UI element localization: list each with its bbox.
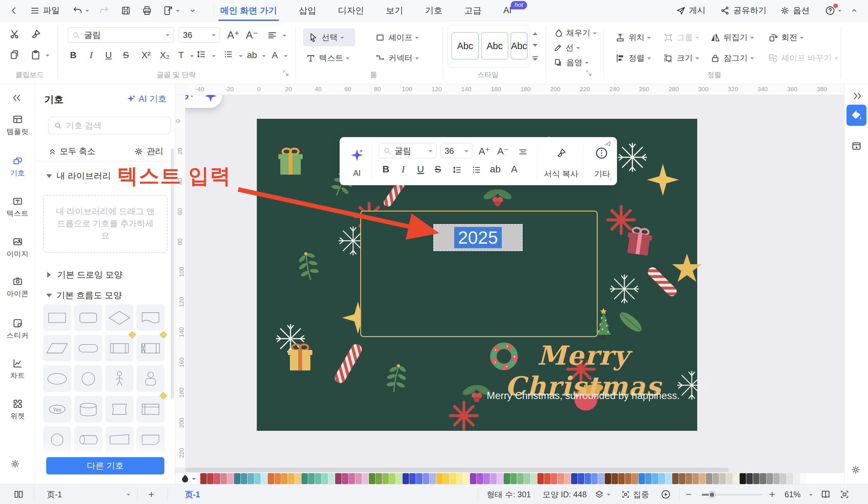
export-icon[interactable]: [163, 6, 173, 16]
fill-panel-tab[interactable]: [847, 105, 866, 126]
menu-tab-0[interactable]: 메인 화면 가기: [209, 0, 288, 21]
color-swatch[interactable]: [308, 473, 314, 484]
font-family-select[interactable]: 굴림: [68, 27, 174, 43]
pin-toolbar-icon[interactable]: [604, 140, 612, 148]
sidebar-item-textpanel[interactable]: 텍스트: [0, 196, 35, 218]
color-swatch[interactable]: [760, 473, 766, 484]
year-text-editor[interactable]: 2025: [433, 224, 523, 251]
media-panel-tab-icon[interactable]: [851, 141, 862, 152]
bold-button[interactable]: B: [67, 48, 80, 62]
color-swatch[interactable]: [720, 473, 726, 484]
shape-item-person[interactable]: [105, 365, 134, 392]
color-swatch[interactable]: [315, 473, 321, 484]
shape-item-database[interactable]: [74, 396, 102, 422]
color-swatch[interactable]: [214, 473, 220, 484]
style-chip-3[interactable]: Abc: [511, 32, 527, 59]
canvas-area[interactable]: -40-200204060801001201401601802002202402…: [175, 84, 844, 484]
style-gallery-expand[interactable]: [533, 56, 538, 57]
color-swatch[interactable]: [470, 473, 476, 484]
italic-button[interactable]: I: [85, 48, 97, 62]
float-bullet-list[interactable]: [469, 163, 484, 176]
style-scroll-up[interactable]: [533, 30, 538, 35]
font-color-button[interactable]: A: [268, 48, 281, 62]
color-swatch[interactable]: [403, 473, 409, 484]
library-section-header[interactable]: 내 라이브러리: [46, 170, 111, 182]
color-swatch[interactable]: [578, 473, 584, 484]
zoom-level[interactable]: 61%: [785, 484, 800, 504]
toolbar-collapse-icon[interactable]: [189, 7, 196, 14]
options-button[interactable]: 옵션: [780, 5, 809, 16]
color-swatch[interactable]: [571, 473, 578, 484]
menu-tab-2[interactable]: 디자인: [327, 0, 375, 21]
color-swatch[interactable]: [234, 473, 240, 484]
align-text-icon[interactable]: [267, 30, 277, 40]
color-swatch[interactable]: [753, 473, 760, 484]
connector-tool[interactable]: 커넥터: [375, 53, 419, 63]
color-swatch[interactable]: [611, 473, 618, 484]
color-swatch[interactable]: [200, 473, 207, 484]
color-swatch[interactable]: [220, 473, 227, 484]
float-strikethrough[interactable]: S: [432, 162, 444, 176]
color-swatch[interactable]: [349, 473, 355, 484]
color-swatch[interactable]: [301, 473, 308, 484]
color-swatch[interactable]: [780, 473, 786, 484]
color-swatch[interactable]: [268, 473, 274, 484]
toolbar-resize-icon[interactable]: [607, 176, 614, 183]
shape-item-altprocess[interactable]: [136, 335, 165, 361]
ribbon-collapse-icon[interactable]: [850, 7, 858, 15]
color-swatch[interactable]: [699, 473, 705, 484]
shape-item-table[interactable]: [136, 396, 165, 422]
redo-icon[interactable]: [99, 6, 109, 16]
zoom-slider-thumb[interactable]: [709, 492, 715, 498]
color-swatch[interactable]: [295, 473, 301, 484]
color-swatch[interactable]: [665, 473, 672, 484]
flowchart-section-header[interactable]: 기본 흐름도 모양: [46, 290, 122, 301]
color-swatch[interactable]: [369, 473, 375, 484]
right-panel-expand-icon[interactable]: [852, 91, 863, 101]
format-painter-icon[interactable]: [30, 29, 41, 40]
shape-item-ellipse[interactable]: [43, 365, 71, 392]
shape-item-diamond[interactable]: [105, 304, 134, 331]
shape-item-rounded[interactable]: [74, 304, 102, 331]
drawing-section-header[interactable]: 기본 드로잉 모양: [46, 269, 123, 280]
rotate-button[interactable]: 회전: [768, 32, 804, 43]
color-swatch[interactable]: [794, 473, 800, 484]
color-swatch[interactable]: [248, 473, 254, 484]
more-symbols-button[interactable]: 다른 기호: [46, 457, 164, 474]
menu-tab-5[interactable]: 고급: [453, 0, 493, 21]
shape-item-manual[interactable]: [105, 426, 134, 453]
decrease-font-button[interactable]: A⁻: [244, 28, 260, 42]
shape-item-user[interactable]: [136, 365, 165, 392]
text-tool[interactable]: 텍스트: [306, 53, 350, 63]
color-swatch[interactable]: [490, 473, 497, 484]
fill-color-caret[interactable]: [192, 478, 196, 482]
sidebar-item-symbols[interactable]: 기호: [0, 155, 35, 178]
color-swatch[interactable]: [686, 473, 692, 484]
help-button[interactable]: [825, 6, 835, 16]
line-button[interactable]: 선: [554, 42, 580, 53]
menu-tab-1[interactable]: 삽입: [288, 0, 327, 21]
card-subtitle-text[interactable]: Merry Christmas, surrounded by happiness…: [465, 390, 702, 402]
paste-caret[interactable]: [45, 54, 50, 59]
color-swatch[interactable]: [558, 473, 564, 484]
select-tool[interactable]: 선택: [308, 32, 344, 43]
color-swatch[interactable]: [504, 473, 510, 484]
style-dialog-launcher-icon[interactable]: [585, 69, 592, 77]
color-swatch[interactable]: [389, 473, 395, 484]
color-swatch[interactable]: [787, 473, 793, 484]
fill-button[interactable]: 채우기: [554, 28, 597, 38]
color-swatch[interactable]: [227, 473, 234, 484]
color-swatch[interactable]: [598, 473, 604, 484]
color-swatch[interactable]: [443, 473, 450, 484]
panel-collapse-icon[interactable]: [11, 92, 22, 103]
char-spacing-button[interactable]: ab: [245, 48, 259, 62]
add-page-button[interactable]: +: [148, 484, 154, 504]
superscript-button[interactable]: X²: [138, 48, 154, 62]
color-swatch[interactable]: [322, 473, 328, 484]
color-swatch[interactable]: [632, 473, 638, 484]
font-dialog-launcher-icon[interactable]: [282, 69, 290, 77]
color-swatch[interactable]: [537, 473, 544, 484]
float-underline[interactable]: U: [414, 162, 427, 176]
page-select[interactable]: 页-1: [47, 484, 130, 504]
shadow-button[interactable]: 음영: [554, 57, 589, 68]
